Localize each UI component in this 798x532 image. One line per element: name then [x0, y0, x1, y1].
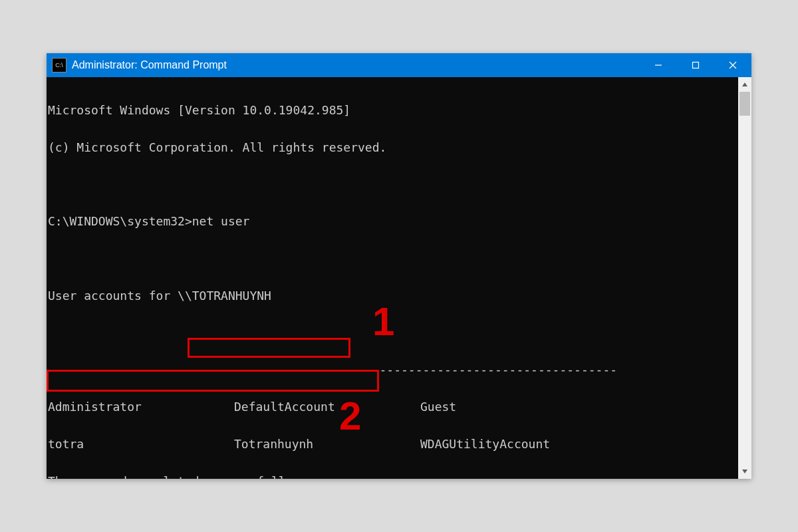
scroll-track[interactable] — [738, 92, 751, 464]
prompt-path: C:\WINDOWS\system32> — [48, 214, 192, 228]
blank-line — [48, 324, 738, 342]
prompt-command: net user — [192, 214, 250, 228]
user-cell: Totranhuynh — [234, 435, 420, 454]
separator-line: ----------------------------------------… — [48, 360, 738, 379]
svg-rect-1 — [693, 63, 699, 68]
copyright-line: (c) Microsoft Corporation. All rights re… — [48, 138, 738, 157]
accounts-header: User accounts for \\TOTRANHUYNH — [48, 287, 738, 305]
user-cell: Administrator — [48, 398, 234, 416]
terminal-body: Microsoft Windows [Version 10.0.19042.98… — [47, 77, 751, 479]
prompt-line-1: C:\WINDOWS\system32>net user — [48, 212, 738, 231]
users-row: AdministratorDefaultAccountGuest — [48, 398, 738, 416]
user-cell: DefaultAccount — [234, 398, 420, 416]
minimize-button[interactable] — [640, 53, 677, 77]
user-cell: WDAGUtilityAccount — [420, 435, 606, 454]
command-prompt-window: C:\ Administrator: Command Prompt Micros… — [47, 53, 751, 479]
scroll-down-arrow-icon[interactable] — [738, 464, 751, 479]
os-version-line: Microsoft Windows [Version 10.0.19042.98… — [48, 101, 738, 120]
maximize-button[interactable] — [677, 53, 714, 77]
window-title: Administrator: Command Prompt — [72, 59, 640, 71]
blank-line — [48, 175, 738, 194]
annotation-overlay: 1 2 — [47, 77, 738, 479]
scroll-up-arrow-icon[interactable] — [738, 77, 751, 92]
vertical-scrollbar[interactable] — [738, 77, 751, 479]
close-button[interactable] — [714, 53, 751, 77]
scroll-thumb[interactable] — [739, 92, 750, 116]
window-controls — [640, 53, 751, 77]
app-icon: C:\ — [52, 58, 66, 72]
user-cell: Guest — [420, 398, 606, 416]
titlebar[interactable]: C:\ Administrator: Command Prompt — [47, 53, 751, 77]
success-line: The command completed successfully. — [48, 472, 738, 479]
user-cell: totra — [48, 435, 234, 454]
users-row: totraTotranhuynhWDAGUtilityAccount — [48, 435, 738, 454]
blank-line — [48, 249, 738, 268]
terminal-output[interactable]: Microsoft Windows [Version 10.0.19042.98… — [47, 77, 738, 479]
